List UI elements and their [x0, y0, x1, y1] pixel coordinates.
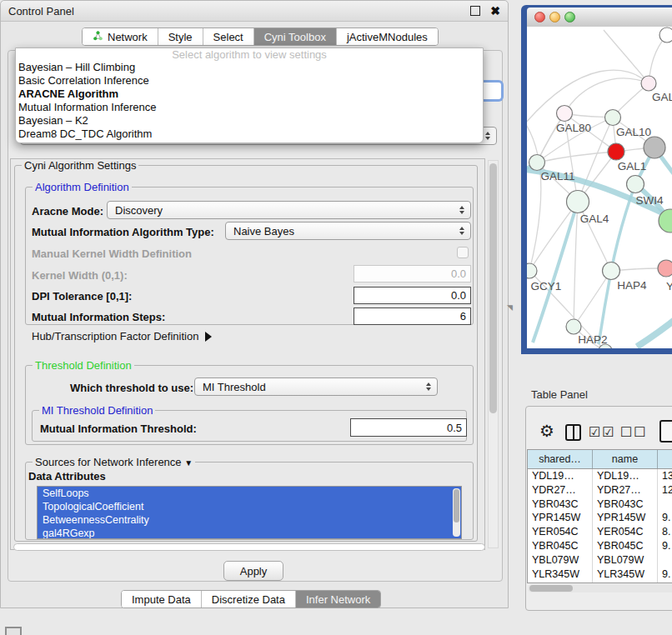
gear-icon[interactable]: ⚙ [539, 421, 554, 441]
tab-cyni-toolbox[interactable]: Cyni Toolbox [253, 28, 336, 45]
node-gal80[interactable] [557, 106, 573, 122]
which-threshold-combo[interactable]: MI Threshold [194, 378, 438, 396]
mi-type-combo[interactable]: Naive Bayes [225, 222, 471, 240]
popup-item[interactable]: Mutual Information Inference [16, 101, 483, 114]
tab-network[interactable]: Network [83, 28, 158, 45]
algorithm-dropdown-popup: Select algorithm to view settings Bayesi… [15, 48, 484, 143]
table-row[interactable]: YBR045CYBR045C9. [528, 539, 672, 553]
bottom-left-partial-icon[interactable] [5, 627, 22, 635]
aracne-mode-combo[interactable]: Discovery [107, 201, 471, 219]
popup-item[interactable]: Basic Correlation Inference [16, 74, 483, 88]
document-icon[interactable] [659, 420, 672, 442]
float-window-icon[interactable] [470, 6, 480, 16]
node-hap4-label: HAP4 [617, 279, 647, 292]
apply-button[interactable]: Apply [223, 561, 283, 581]
popup-item[interactable]: Bayesian – K2 [16, 114, 483, 128]
popup-item[interactable]: ARACNE Algorithm [16, 88, 483, 101]
kernel-width-input[interactable] [354, 265, 471, 282]
node-gal-top[interactable] [641, 76, 656, 91]
table-cell: YBR043C [593, 498, 658, 512]
node-gal4-label: GAL4 [580, 212, 609, 225]
network-edge-highlighted[interactable] [637, 317, 672, 347]
table-row[interactable]: YBL079WYBL079W [528, 553, 672, 568]
panel-divider-arrow-icon[interactable]: ◥ [507, 303, 513, 312]
tab-discretize-data[interactable]: Discretize Data [201, 591, 295, 608]
tab-style[interactable]: Style [158, 28, 203, 45]
node-hap2[interactable] [566, 319, 581, 334]
zoom-traffic-light-icon[interactable] [564, 12, 575, 22]
checked-columns-icon[interactable]: ☑☑ [589, 424, 616, 440]
table-horizontal-scrollbar[interactable] [528, 584, 672, 592]
close-icon[interactable]: ✖ [490, 7, 500, 15]
node-gcy1-label: GCY1 [531, 280, 562, 292]
network-canvas[interactable]: GALGAL80GAL10GAL1GAL11SWI4GAL4GCY1HAP4YH… [527, 27, 672, 348]
tab-jactivemnodules[interactable]: jActiveMNodules [336, 28, 438, 45]
popup-item[interactable]: Bayesian – Hill Climbing [16, 61, 483, 74]
table-row[interactable]: YDR27…YDR27…12 [528, 483, 672, 498]
scrollbar-thumb[interactable] [454, 489, 459, 522]
unchecked-columns-icon[interactable]: ☐☐ [620, 424, 648, 440]
table-row[interactable]: YIL052CYIL052C9. [528, 581, 672, 583]
settings-vertical-scrollbar[interactable] [488, 160, 499, 548]
node-gal1[interactable] [608, 143, 624, 160]
table-row[interactable]: YDL19…YDL19…13 [528, 469, 672, 483]
list-vertical-scrollbar[interactable] [453, 488, 460, 537]
scrollbar-thumb[interactable] [529, 585, 573, 592]
table-rows: YDL19…YDL19…13YDR27…YDR27…12YBR043CYBR04… [528, 469, 672, 583]
manual-kernel-checkbox[interactable] [457, 247, 469, 258]
group-title: MI Threshold Definition [39, 404, 155, 417]
mi-threshold-label: Mutual Information Threshold: [40, 422, 197, 435]
node-gal11[interactable] [529, 155, 545, 171]
table-row[interactable]: YLR345WYLR345W9. [528, 568, 672, 582]
column-header[interactable] [658, 450, 672, 468]
network-edge[interactable] [527, 123, 541, 271]
network-edge[interactable] [537, 113, 564, 162]
cyni-mode-tabbar: Impute DataDiscretize DataInfer Network [121, 590, 381, 608]
network-edge[interactable] [564, 78, 649, 113]
node-hap4[interactable] [603, 262, 620, 280]
attribute-list-item[interactable]: BetweennessCentrality [38, 513, 461, 527]
aracne-mode-value: Discovery [108, 204, 455, 217]
table-row[interactable]: YER054CYER054C8. [528, 525, 672, 539]
hub-definition-expander[interactable]: Hub/Transcription Factor Definition [32, 330, 212, 342]
node-pink-right[interactable] [658, 260, 672, 277]
table-cell: YDR27… [593, 483, 658, 498]
data-attributes-list[interactable]: SelfLoopsTopologicalCoefficientBetweenne… [37, 486, 462, 539]
node-swi4[interactable] [627, 176, 644, 193]
group-title: Cyni Algorithm Settings [22, 159, 138, 172]
attribute-list-item[interactable]: SelfLoops [38, 487, 461, 500]
table-header-row: shared…name [528, 450, 672, 469]
column-header[interactable]: shared… [528, 450, 593, 468]
table-row[interactable]: YPR145WYPR145W9. [528, 511, 672, 525]
close-traffic-light-icon[interactable] [534, 12, 545, 22]
node-gal10[interactable] [605, 110, 621, 126]
split-view-icon[interactable] [565, 424, 581, 441]
mi-steps-input[interactable] [354, 308, 471, 325]
minimize-traffic-light-icon[interactable] [549, 12, 560, 22]
node-gcy1[interactable] [527, 263, 537, 278]
attribute-list-item[interactable]: gal4RGexp [38, 527, 461, 539]
network-edge[interactable] [527, 70, 649, 123]
node-gal11-label: GAL11 [540, 170, 574, 182]
network-edge[interactable] [537, 152, 616, 162]
node-top-partial[interactable] [659, 28, 672, 42]
node-gal80-label: GAL80 [556, 122, 591, 134]
node-gal4[interactable] [567, 191, 589, 213]
network-edge[interactable] [574, 202, 578, 327]
settings-horizontal-scrollbar[interactable] [13, 543, 485, 551]
table-row[interactable]: YBR043CYBR043C [528, 498, 672, 512]
column-header[interactable]: name [593, 450, 658, 468]
tab-select[interactable]: Select [203, 28, 253, 45]
table-cell: YDL19… [528, 469, 593, 483]
network-edge[interactable] [604, 30, 649, 83]
popup-item[interactable]: Dream8 DC_TDC Algorithm [16, 128, 483, 141]
tab-infer-network[interactable]: Infer Network [295, 591, 380, 608]
tab-impute-data[interactable]: Impute Data [122, 591, 201, 608]
tab-label: Infer Network [306, 593, 370, 606]
attribute-list-item[interactable]: TopologicalCoefficient [38, 500, 461, 513]
popup-placeholder: Select algorithm to view settings [16, 48, 483, 61]
mi-threshold-input[interactable] [350, 418, 467, 437]
scrollbar-thumb[interactable] [489, 163, 497, 413]
dpi-tolerance-input[interactable] [354, 287, 471, 304]
node-gray[interactable] [644, 137, 665, 158]
